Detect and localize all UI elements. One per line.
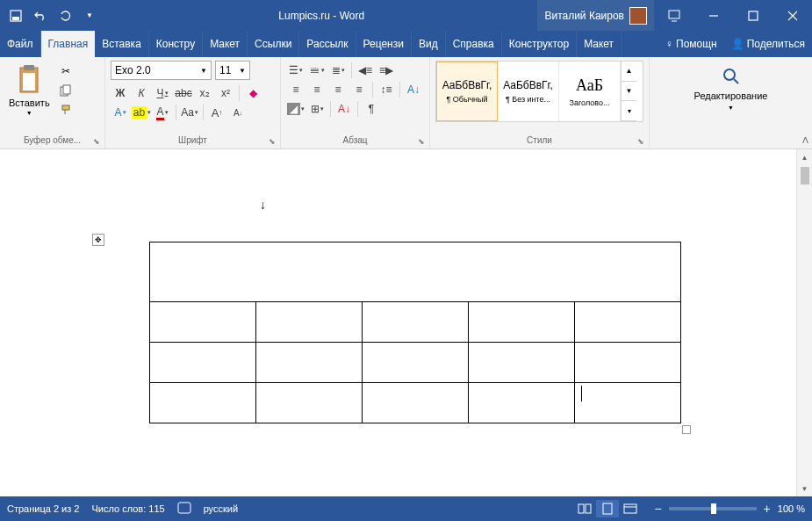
print-layout-button[interactable] (596, 500, 619, 517)
cut-button[interactable]: ✂ (59, 64, 73, 78)
format-painter-button[interactable] (59, 103, 73, 117)
editing-button[interactable]: Редактирование ▼ (655, 61, 807, 116)
underline-button[interactable]: Ч▾ (153, 83, 172, 103)
styles-down-button[interactable]: ▼ (622, 82, 636, 102)
styles-launcher[interactable]: ⬊ (636, 137, 645, 146)
tab-view[interactable]: Вид (412, 31, 446, 57)
bullets-button[interactable]: ☰▾ (286, 61, 305, 80)
read-mode-button[interactable] (573, 500, 596, 517)
numbering-button[interactable]: ⩸▾ (307, 61, 327, 80)
zoom-level[interactable]: 100 % (778, 503, 805, 514)
shading-button[interactable]: ◢▾ (286, 99, 305, 119)
maximize-button[interactable] (733, 0, 772, 31)
decrease-indent-button[interactable]: ◀≡ (356, 61, 375, 80)
tab-file[interactable]: Файл (0, 31, 41, 57)
show-marks-button[interactable]: ¶ (362, 99, 381, 119)
increase-indent-button[interactable]: ≡▶ (377, 61, 396, 80)
bold-button[interactable]: Ж (111, 83, 130, 103)
highlight-button[interactable]: ab▾ (132, 103, 151, 122)
style-heading[interactable]: АаБ Заголово... (559, 62, 621, 121)
table-cell[interactable] (469, 383, 575, 423)
tab-mailings[interactable]: Рассылк (299, 31, 356, 57)
table-cell[interactable] (150, 242, 681, 302)
scroll-down-button[interactable]: ▼ (797, 481, 812, 496)
table-cell[interactable] (469, 302, 575, 343)
table-cell[interactable] (150, 302, 256, 343)
sort-az-button[interactable]: A↓ (334, 99, 354, 119)
align-left-button[interactable]: ≡ (286, 80, 305, 99)
table-cell[interactable] (575, 383, 681, 423)
sort-button[interactable]: A↓ (404, 80, 423, 99)
tab-review[interactable]: Рецензи (356, 31, 412, 57)
table-resize-handle[interactable] (682, 425, 691, 434)
table-cell[interactable] (256, 302, 363, 343)
style-no-spacing[interactable]: АаБбВвГг, ¶ Без инте... (498, 62, 559, 121)
language-status[interactable]: русский (204, 503, 238, 514)
text-effects-button[interactable]: A▾ (111, 103, 130, 122)
strikethrough-button[interactable]: abc (174, 83, 193, 103)
page-status[interactable]: Страница 2 из 2 (7, 503, 79, 514)
minimize-button[interactable] (693, 0, 733, 31)
tell-me-button[interactable]: ♀Помощн (658, 38, 724, 50)
font-launcher[interactable]: ⬊ (268, 137, 277, 146)
clear-format-button[interactable]: ◆ (243, 83, 262, 103)
table-cell[interactable] (150, 343, 256, 383)
subscript-button[interactable]: x₂ (195, 83, 214, 103)
table-cell[interactable] (256, 383, 363, 423)
zoom-handle[interactable] (711, 503, 716, 514)
ribbon-options-icon[interactable] (654, 0, 693, 31)
italic-button[interactable]: К (132, 83, 151, 103)
scroll-thumb[interactable] (801, 167, 809, 185)
font-color-button[interactable]: A▾ (153, 103, 172, 122)
table-cell[interactable] (363, 302, 469, 343)
change-case-button[interactable]: Aa▾ (180, 103, 199, 122)
table-cell[interactable] (363, 343, 469, 383)
zoom-slider[interactable] (669, 507, 757, 510)
tab-help[interactable]: Справка (446, 31, 502, 57)
borders-button[interactable]: ⊞▾ (307, 99, 327, 119)
style-normal[interactable]: АаБбВвГг, ¶ Обычный (436, 62, 498, 121)
table-cell[interactable] (575, 343, 681, 383)
table-cell[interactable] (575, 302, 681, 343)
user-account[interactable]: Виталий Каиров (537, 0, 654, 31)
table-move-handle[interactable]: ✥ (92, 234, 104, 246)
table-cell[interactable] (363, 383, 469, 423)
superscript-button[interactable]: x² (216, 83, 235, 103)
save-icon[interactable] (7, 7, 25, 25)
align-center-button[interactable]: ≡ (307, 80, 327, 99)
tab-layout[interactable]: Макет (203, 31, 248, 57)
document-area[interactable]: ↓ ✥ (0, 149, 812, 496)
shrink-font-button[interactable]: A↓ (228, 103, 248, 122)
align-right-button[interactable]: ≡ (328, 80, 348, 99)
qat-dropdown-icon[interactable]: ▼ (81, 7, 98, 25)
redo-icon[interactable] (56, 7, 74, 25)
zoom-out-button[interactable]: − (654, 502, 661, 516)
font-size-combo[interactable]: 11▼ (215, 61, 250, 80)
table-cell[interactable] (150, 383, 256, 423)
tab-references[interactable]: Ссылки (248, 31, 299, 57)
table-cell[interactable] (469, 343, 575, 383)
styles-up-button[interactable]: ▲ (622, 62, 636, 82)
table-cell[interactable] (256, 343, 363, 383)
tab-table-layout[interactable]: Макет (577, 31, 622, 57)
justify-button[interactable]: ≡ (349, 80, 369, 99)
collapse-ribbon-button[interactable]: ᐱ (802, 135, 808, 145)
styles-more-button[interactable]: ▾ (622, 101, 636, 121)
tab-table-design[interactable]: Конструктор (502, 31, 577, 57)
undo-icon[interactable] (32, 7, 49, 25)
clipboard-launcher[interactable]: ⬊ (92, 137, 101, 146)
vertical-scrollbar[interactable]: ▲ ▼ (796, 149, 812, 496)
share-button[interactable]: 👤Поделиться (724, 38, 812, 50)
paragraph-launcher[interactable]: ⬊ (417, 137, 426, 146)
web-layout-button[interactable] (619, 500, 642, 517)
multilevel-button[interactable]: ≣▾ (328, 61, 348, 80)
font-name-combo[interactable]: Exo 2.0▼ (111, 61, 212, 80)
tab-home[interactable]: Главная (41, 31, 96, 57)
grow-font-button[interactable]: A↑ (207, 103, 226, 122)
paste-button[interactable]: Вставить ▼ (5, 61, 54, 120)
copy-button[interactable] (59, 83, 73, 98)
tab-design[interactable]: Констру (149, 31, 203, 57)
line-spacing-button[interactable]: ↕≡ (377, 80, 396, 99)
close-button[interactable] (772, 0, 812, 31)
zoom-in-button[interactable]: + (764, 502, 771, 516)
